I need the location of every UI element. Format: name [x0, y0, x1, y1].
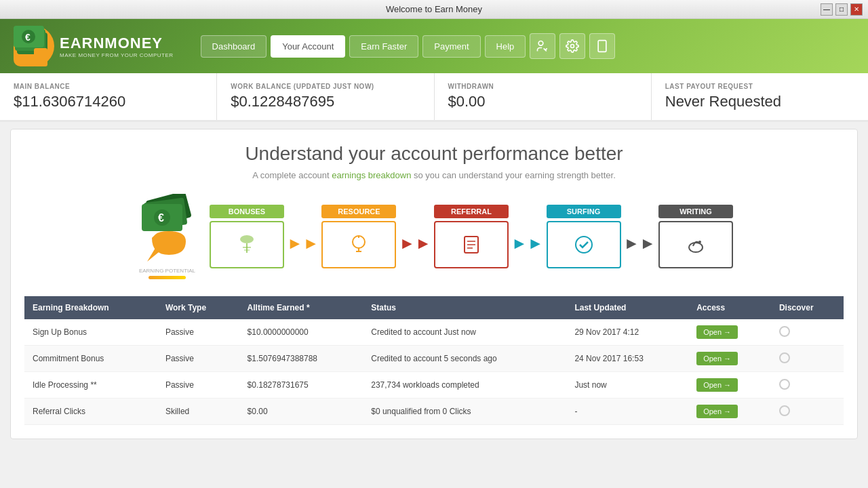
discover-radio[interactable] [779, 379, 790, 390]
cell-discover [771, 372, 844, 399]
cell-work-type: Skilled [157, 399, 239, 425]
logo-area: € EARNMONEY MAKE MONEY FROM YOUR COMPUTE… [14, 26, 174, 66]
open-button[interactable]: Open → [696, 325, 738, 339]
col-work-type: Work Type [157, 296, 239, 319]
cell-status: 237,734 workloads completed [363, 372, 566, 399]
table-row: Sign Up Bonus Passive $10.0000000000 Cre… [24, 319, 844, 346]
money-graphic: € EARNING POTENTIAL [135, 194, 199, 279]
window-bar: Welcome to Earn Money — □ ✕ [0, 0, 868, 19]
earning-bar [149, 276, 186, 279]
cell-updated: 29 Nov 2017 4:12 [566, 319, 688, 346]
settings-icon-button[interactable] [559, 33, 585, 59]
cell-updated: Just now [566, 372, 688, 399]
open-button[interactable]: Open → [696, 405, 738, 418]
svg-point-31 [698, 241, 701, 243]
cell-earned: $0.18278731675 [239, 372, 363, 399]
discover-radio[interactable] [779, 352, 790, 363]
cell-discover [771, 319, 844, 346]
col-earned: Alltime Earned * [239, 296, 363, 319]
stat-payout: LAST PAYOUT REQUEST Never Requested [652, 73, 868, 120]
stat-withdrawn: WITHDRAWN $0.00 [435, 73, 652, 120]
col-breakdown: Earning Breakdown [24, 296, 157, 319]
discover-radio[interactable] [779, 326, 790, 337]
subtitle-link[interactable]: earnings breakdown [332, 170, 411, 180]
nav-dashboard[interactable]: Dashboard [201, 35, 267, 58]
nav-earn-faster[interactable]: Earn Faster [349, 35, 418, 58]
cell-earned: $1.5076947388788 [239, 346, 363, 372]
maximize-button[interactable]: □ [835, 3, 848, 16]
cell-earned: $0.00 [239, 399, 363, 425]
cell-earned: $10.0000000000 [239, 319, 363, 346]
stat-work-balance-label: WORK BALANCE (UPDATED JUST NOW) [231, 83, 420, 90]
cell-status: Credited to account Just now [363, 319, 566, 346]
arrow-1: ►► [287, 234, 319, 253]
nav-help[interactable]: Help [485, 35, 526, 58]
header: € EARNMONEY MAKE MONEY FROM YOUR COMPUTE… [0, 19, 868, 73]
svg-point-7 [538, 41, 543, 46]
svg-point-8 [571, 45, 574, 48]
window-title: Welcome to Earn Money [386, 4, 482, 14]
cell-breakdown: Commitment Bonus [24, 346, 157, 372]
cell-updated: - [566, 399, 688, 425]
subtitle-pre: A complete account [252, 170, 332, 180]
cell-breakdown: Referral Clicks [24, 399, 157, 425]
svg-rect-9 [598, 41, 606, 52]
cell-breakdown: Idle Processing ** [24, 372, 157, 399]
flow-box-bonuses: BONUSES [210, 205, 284, 268]
flow-card-resource [321, 221, 396, 268]
logo-text: EARNMONEY [60, 35, 174, 52]
logo-text-area: EARNMONEY MAKE MONEY FROM YOUR COMPUTER [60, 35, 174, 58]
svg-point-29 [576, 237, 592, 253]
mobile-icon-button[interactable] [589, 33, 615, 59]
window-controls: — □ ✕ [821, 3, 863, 16]
stat-work-balance-value: $0.1228487695 [231, 93, 420, 110]
flow-label-referral: REFERRAL [434, 205, 509, 218]
cell-discover [771, 399, 844, 425]
col-updated: Last Updated [566, 296, 688, 319]
section-subtitle: A complete account earnings breakdown so… [24, 170, 844, 180]
close-button[interactable]: ✕ [850, 3, 863, 16]
cell-access: Open → [688, 346, 771, 372]
cell-work-type: Passive [157, 346, 239, 372]
cell-discover [771, 346, 844, 372]
svg-marker-16 [147, 248, 162, 262]
table-row: Idle Processing ** Passive $0.1827873167… [24, 372, 844, 399]
flow-card-surfing [547, 221, 621, 268]
referral-icon-button[interactable] [530, 33, 555, 59]
section-title: Understand your account performance bett… [24, 143, 844, 165]
cell-breakdown: Sign Up Bonus [24, 319, 157, 346]
stat-withdrawn-label: WITHDRAWN [448, 83, 637, 90]
cell-access: Open → [688, 319, 771, 346]
cell-access: Open → [688, 372, 771, 399]
money-svg: € [135, 194, 199, 268]
open-button[interactable]: Open → [696, 378, 738, 392]
flow-diagram: € EARNING POTENTIAL BONUSES ►► RESOURCE … [24, 194, 844, 279]
logo-icon: € [14, 26, 54, 66]
logo-sub: MAKE MONEY FROM YOUR COMPUTER [60, 52, 174, 58]
table-row: Referral Clicks Skilled $0.00 $0 unquali… [24, 399, 844, 425]
svg-text:€: € [25, 32, 31, 43]
flow-card-writing [658, 221, 733, 268]
stat-work-balance: WORK BALANCE (UPDATED JUST NOW) $0.12284… [217, 73, 434, 120]
stat-main-balance-value: $11.6306714260 [14, 93, 203, 110]
stats-bar: MAIN BALANCE $11.6306714260 WORK BALANCE… [0, 73, 868, 122]
stat-withdrawn-value: $0.00 [448, 93, 637, 110]
open-button[interactable]: Open → [696, 352, 738, 365]
nav-your-account[interactable]: Your Account [271, 35, 345, 58]
stat-payout-label: LAST PAYOUT REQUEST [665, 83, 854, 90]
flow-label-writing: WRITING [658, 205, 733, 218]
discover-radio[interactable] [779, 405, 790, 416]
arrow-4: ►► [624, 234, 656, 253]
svg-point-30 [689, 243, 703, 252]
minimize-button[interactable]: — [821, 3, 833, 16]
earning-potential-label: EARNING POTENTIAL [135, 268, 199, 274]
stat-main-balance-label: MAIN BALANCE [14, 83, 203, 90]
nav-payment[interactable]: Payment [422, 35, 480, 58]
flow-label-surfing: SURFING [547, 205, 621, 218]
cell-updated: 24 Nov 2017 16:53 [566, 346, 688, 372]
stat-main-balance: MAIN BALANCE $11.6306714260 [0, 73, 217, 120]
arrow-3: ►► [511, 234, 544, 253]
flow-box-writing: WRITING [658, 205, 733, 268]
flow-box-referral: REFERRAL [434, 205, 509, 268]
table-row: Commitment Bonus Passive $1.507694738878… [24, 346, 844, 372]
